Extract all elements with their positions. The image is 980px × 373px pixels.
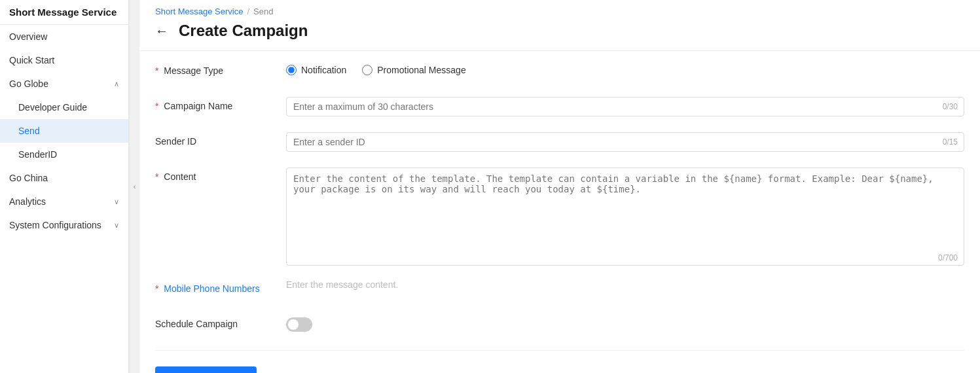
schedule-campaign-toggle[interactable]: [286, 317, 312, 332]
notification-label: Notification: [301, 65, 346, 75]
notification-radio[interactable]: [286, 65, 297, 75]
content-row: * Content 0/700: [155, 168, 964, 268]
sidebar-title: Short Message Service: [0, 0, 128, 25]
promotional-label: Promotional Message: [377, 65, 465, 75]
campaign-name-char-count: 0/30: [943, 102, 958, 111]
back-arrow-icon[interactable]: ←: [155, 24, 168, 39]
chevron-up-icon: ∧: [114, 80, 119, 88]
toggle-slider: [286, 317, 312, 332]
page-title: Create Campaign: [179, 22, 308, 40]
sidebar-item-go-china[interactable]: Go China: [0, 166, 128, 190]
sidebar-item-label: Overview: [9, 31, 47, 42]
campaign-name-control: 0/30: [286, 97, 964, 116]
collapse-icon: ‹: [134, 183, 136, 190]
content-char-count: 0/700: [938, 253, 958, 262]
sidebar-item-quick-start[interactable]: Quick Start: [0, 48, 128, 72]
message-type-row: * Message Type Notification Promotional …: [155, 62, 964, 85]
chevron-down-icon: ∨: [114, 198, 119, 206]
sidebar-item-go-globe[interactable]: Go Globe ∧: [0, 72, 128, 96]
campaign-name-wrapper: 0/30: [286, 97, 964, 116]
sidebar-item-system-configurations[interactable]: System Configurations ∨: [0, 213, 128, 237]
breadcrumb-parent[interactable]: Short Message Service: [155, 7, 243, 16]
page-header: ← Create Campaign: [139, 19, 980, 50]
submit-row: Submit Campaign: [155, 361, 964, 373]
sender-id-wrapper: 0/15: [286, 132, 964, 152]
schedule-campaign-row: Schedule Campaign: [155, 315, 964, 338]
sidebar-item-label: Go Globe: [9, 79, 48, 89]
sidebar-item-send[interactable]: Send: [0, 119, 128, 143]
breadcrumb-separator: /: [247, 7, 249, 16]
campaign-name-label: * Campaign Name: [155, 97, 286, 111]
mobile-phone-helper: Enter the message content.: [286, 275, 398, 290]
form-divider: [155, 350, 964, 351]
sender-id-input[interactable]: [286, 132, 964, 152]
sidebar-item-analytics[interactable]: Analytics ∨: [0, 190, 128, 213]
message-type-label: * Message Type: [155, 62, 286, 76]
notification-option[interactable]: Notification: [286, 65, 346, 75]
mobile-phone-row: * Mobile Phone Numbers Enter the message…: [155, 279, 964, 303]
content-control: 0/700: [286, 168, 964, 268]
sidebar-item-senderid[interactable]: SenderID: [0, 143, 128, 166]
sender-id-char-count: 0/15: [943, 137, 958, 147]
submit-campaign-button[interactable]: Submit Campaign: [155, 366, 257, 373]
sidebar-item-label: Analytics: [9, 196, 46, 207]
chevron-down-icon: ∨: [114, 221, 119, 230]
message-type-controls: Notification Promotional Message: [286, 62, 964, 75]
required-asterisk: *: [155, 65, 158, 76]
breadcrumb: Short Message Service / Send: [139, 0, 980, 19]
sidebar-collapse-button[interactable]: ‹: [129, 0, 139, 373]
sidebar-item-label: Developer Guide: [18, 102, 87, 113]
main-content: Short Message Service / Send ← Create Ca…: [139, 0, 980, 373]
sidebar: Short Message Service Overview Quick Sta…: [0, 0, 129, 373]
promotional-radio[interactable]: [362, 65, 372, 75]
schedule-campaign-label: Schedule Campaign: [155, 315, 286, 329]
campaign-name-row: * Campaign Name 0/30: [155, 97, 964, 120]
sidebar-item-label: System Configurations: [9, 220, 101, 230]
mobile-phone-label: * Mobile Phone Numbers: [155, 279, 286, 294]
content-label: * Content: [155, 168, 286, 182]
sender-id-row: Sender ID 0/15: [155, 132, 964, 156]
schedule-campaign-control: [286, 315, 964, 332]
promotional-option[interactable]: Promotional Message: [362, 65, 465, 75]
message-type-radio-group: Notification Promotional Message: [286, 62, 964, 75]
content-textarea[interactable]: [286, 168, 964, 266]
sidebar-item-overview[interactable]: Overview: [0, 25, 128, 48]
sidebar-item-label: Quick Start: [9, 55, 54, 65]
sidebar-item-label: SenderID: [18, 149, 57, 160]
sidebar-item-label: Go China: [9, 173, 48, 183]
content-wrapper: 0/700: [286, 168, 964, 268]
sender-id-control: 0/15: [286, 132, 964, 152]
breadcrumb-current: Send: [253, 7, 273, 16]
sender-id-label: Sender ID: [155, 132, 286, 147]
sidebar-item-label: Send: [18, 126, 40, 136]
sidebar-item-developer-guide[interactable]: Developer Guide: [0, 96, 128, 119]
mobile-phone-control: Enter the message content.: [286, 279, 964, 290]
form-area: * Message Type Notification Promotional …: [139, 50, 980, 373]
campaign-name-input[interactable]: [286, 97, 964, 116]
